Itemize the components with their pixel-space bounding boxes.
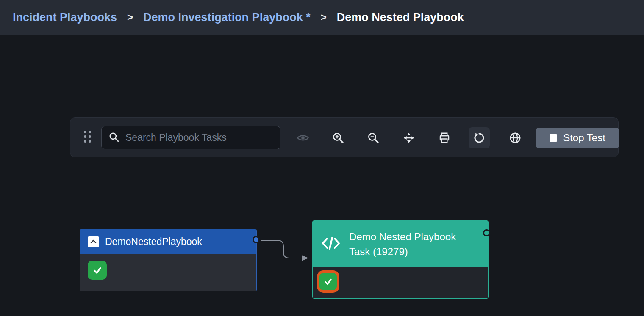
print-icon[interactable] [434,127,455,148]
zoom-out-icon[interactable] [363,127,384,148]
playbook-toolbar: Stop Test [70,117,619,157]
code-icon [321,236,341,253]
breadcrumb-separator: > [127,11,133,23]
breadcrumb: Incident Playbooks > Demo Investigation … [0,0,644,35]
sub-playbook-icon [88,236,99,247]
fit-to-screen-icon[interactable] [398,127,419,148]
output-port-dot[interactable] [483,229,490,236]
task-node-title: DemoNestedPlaybook [105,236,202,247]
stop-icon [550,134,557,142]
page-title: Demo Nested Playbook [337,11,464,24]
task-completed-check-icon[interactable] [88,261,107,280]
stop-test-label: Stop Test [563,132,605,144]
task-node-body[interactable] [313,267,488,298]
task-node-header[interactable]: Demo Nested Playbook Task (19279) [313,221,488,267]
zoom-in-icon[interactable] [328,127,349,148]
search-icon [108,132,119,144]
task-node-demo-nested-playbook[interactable]: DemoNestedPlaybook [80,229,257,291]
output-port-dot[interactable] [253,236,260,243]
drag-handle-icon[interactable] [84,131,91,145]
task-node-demo-nested-playbook-task[interactable]: Demo Nested Playbook Task (19279) [312,220,489,299]
task-node-header[interactable]: DemoNestedPlaybook [80,229,256,254]
eye-icon[interactable] [292,127,314,148]
breadcrumb-demo-investigation-playbook[interactable]: Demo Investigation Playbook * [143,11,311,24]
task-node-body[interactable] [80,254,256,291]
task-completed-check-icon-selected[interactable] [319,273,337,290]
breadcrumb-separator: > [321,11,327,23]
refresh-icon[interactable] [469,127,490,148]
search-input[interactable] [125,132,273,144]
breadcrumb-incident-playbooks[interactable]: Incident Playbooks [13,11,117,24]
search-box[interactable] [101,126,280,149]
stop-test-button[interactable]: Stop Test [536,128,619,148]
globe-icon[interactable] [505,127,526,148]
task-node-title: Demo Nested Playbook Task (19279) [349,229,476,259]
